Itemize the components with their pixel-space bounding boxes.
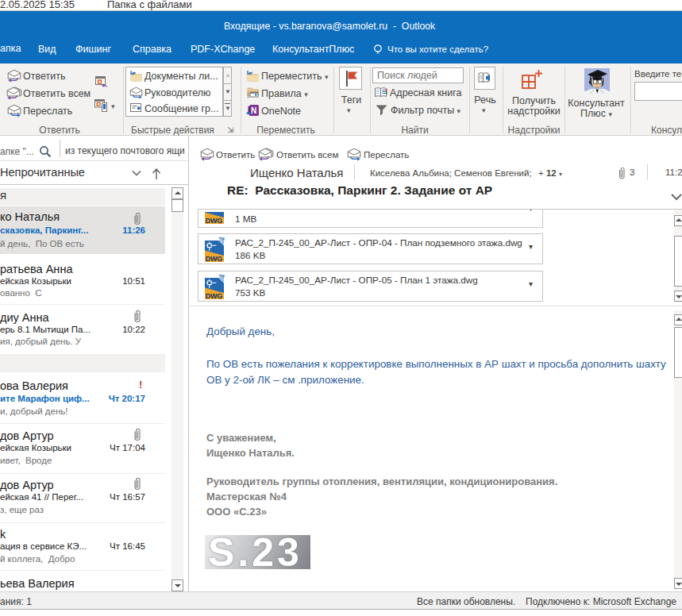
svg-text:N: N <box>251 106 256 115</box>
svg-text:DWG: DWG <box>206 292 222 300</box>
svg-text:TM: TM <box>219 237 225 241</box>
svg-text:TM: TM <box>219 274 225 279</box>
svg-text:DWG: DWG <box>206 217 222 225</box>
svg-text:DWG: DWG <box>206 255 222 263</box>
